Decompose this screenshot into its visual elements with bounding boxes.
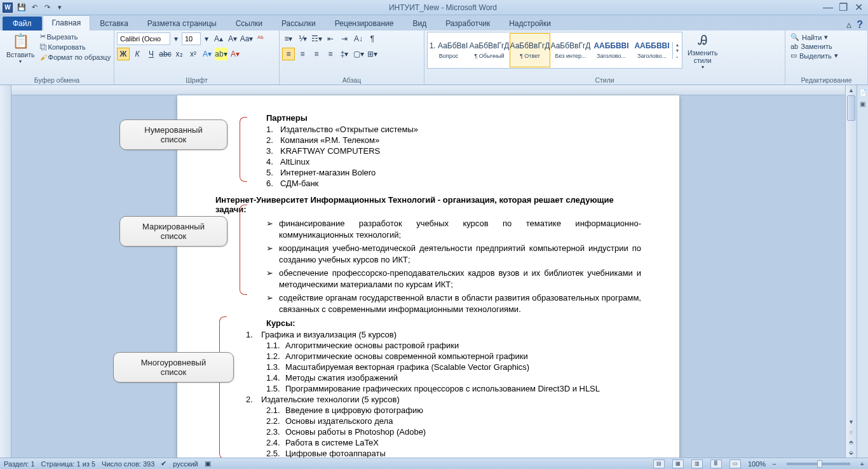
zoom-slider[interactable] [787,463,850,465]
tab-references[interactable]: Ссылки [226,16,272,31]
help-icon[interactable]: ? [857,19,863,31]
bullets-icon[interactable]: ≡▾ [282,32,295,45]
font-name-input[interactable] [117,32,170,45]
list-item: 2.4.Работа в системе LaTeX [246,437,641,448]
side-panel: 📄 ▣ [857,85,868,458]
style-item[interactable]: 1. АаБбВвІВопрос [428,33,469,67]
zoom-level[interactable]: 100% [748,460,766,468]
numbering-icon[interactable]: ⅟▾ [296,32,309,45]
view-outline-icon[interactable]: ≣ [710,459,722,468]
style-item[interactable]: АаБбВвГгД¶ Обычный [469,33,510,67]
side-icon[interactable]: 📄 [858,88,867,97]
scroll-track[interactable] [846,95,857,417]
vertical-ruler[interactable] [0,85,11,458]
prev-page-icon[interactable]: ⬘ [846,437,857,447]
change-case-icon[interactable]: Aa▾ [240,32,253,45]
find-button[interactable]: 🔍Найти ▾ [790,33,838,41]
scroll-down-icon[interactable]: ▼ [846,417,857,427]
status-section[interactable]: Раздел: 1 [4,460,35,468]
restore-button[interactable]: ❐ [836,2,850,13]
shrink-font-icon[interactable]: A▾ [226,32,239,45]
list-item: 6.СДМ-банк [266,178,641,189]
tab-developer[interactable]: Разработчик [436,16,499,31]
align-left-icon[interactable]: ≡ [282,48,295,60]
style-item[interactable]: АаБбВвГгДБез интер... [550,33,591,67]
font-dropdown-icon[interactable]: ▾ [172,32,180,45]
tab-addins[interactable]: Надстройки [499,16,560,31]
tab-review[interactable]: Рецензирование [325,16,403,31]
next-page-icon[interactable]: ⬙ [846,447,857,458]
cut-button[interactable]: ✂Вырезать [40,32,111,41]
styles-scroll[interactable]: ▴▾⌄ [672,42,681,59]
style-item[interactable]: ААББВВІЗаголово... [591,33,632,67]
close-button[interactable]: ✕ [851,2,865,13]
zoom-knob[interactable] [817,460,822,468]
tab-insert[interactable]: Вставка [90,16,138,31]
paste-button[interactable]: 📋 Вставить ▾ [3,32,39,65]
superscript-icon[interactable]: x² [187,48,200,60]
zoom-out-icon[interactable]: − [772,460,776,468]
tab-mailings[interactable]: Рассылки [272,16,325,31]
status-page[interactable]: Страница: 1 из 5 [41,460,96,468]
view-web-icon[interactable]: ▥ [691,459,703,468]
decrease-indent-icon[interactable]: ⇤ [324,32,337,45]
tab-view[interactable]: Вид [403,16,436,31]
line-spacing-icon[interactable]: ‡▾ [338,48,351,60]
status-bar: Раздел: 1 Страница: 1 из 5 Число слов: 3… [0,458,868,469]
copy-button[interactable]: ⿻Копировать [40,43,111,51]
document-area[interactable]: Партнеры 1.Издательство «Открытые систем… [11,85,845,458]
font-size-input[interactable] [182,32,201,45]
scroll-up-icon[interactable]: ▲ [846,85,857,95]
vertical-scrollbar[interactable]: ▲ ▼ ○ ⬘ ⬙ [845,85,857,458]
subscript-icon[interactable]: x₂ [173,48,186,60]
style-item[interactable]: АаБбВвГгД¶ Ответ [510,33,550,67]
grow-font-icon[interactable]: A▴ [212,32,225,45]
status-language[interactable]: русский [173,460,198,468]
status-words[interactable]: Число слов: 393 [102,460,154,468]
file-tab[interactable]: Файл [3,17,42,31]
increase-indent-icon[interactable]: ⇥ [338,32,351,45]
macro-record-icon[interactable]: ▣ [205,459,211,468]
font-color-icon[interactable]: A▾ [229,48,241,60]
tab-home[interactable]: Главная [43,15,91,31]
list-item: 3.KRAFTWAY COMPUTERS [266,146,641,156]
strike-icon[interactable]: abc [159,48,172,60]
multilevel-list-icon[interactable]: ☶▾ [310,32,323,45]
proofing-icon[interactable]: ✔ [161,459,166,468]
horizontal-ruler[interactable] [11,85,845,95]
size-dropdown-icon[interactable]: ▾ [202,32,211,45]
align-right-icon[interactable]: ≡ [310,48,323,60]
styles-gallery[interactable]: 1. АаБбВвІВопрос АаБбВвГгД¶ Обычный АаБб… [427,32,682,69]
select-button[interactable]: ▭Выделить ▾ [790,51,838,60]
format-painter-button[interactable]: 🖌Формат по образцу [40,53,111,61]
qat-redo-icon[interactable]: ↷ [41,2,53,13]
bold-icon[interactable]: Ж [117,48,130,60]
tab-page-layout[interactable]: Разметка страницы [138,16,226,31]
italic-icon[interactable]: К [131,48,144,60]
justify-icon[interactable]: ≡ [324,48,337,60]
minimize-ribbon-icon[interactable]: ▵ [846,18,851,31]
borders-icon[interactable]: ⊞▾ [366,48,379,60]
shading-icon[interactable]: ▢▾ [352,48,365,60]
browse-object-icon[interactable]: ○ [846,427,857,437]
view-draft-icon[interactable]: ▭ [729,459,741,468]
style-item[interactable]: ААББВВІЗаголово... [632,33,672,67]
scroll-thumb[interactable] [847,95,855,121]
show-marks-icon[interactable]: ¶ [366,32,379,45]
qat-undo-icon[interactable]: ↶ [29,2,40,13]
text-effects-icon[interactable]: A▾ [201,48,214,60]
qat-save-icon[interactable]: 💾 [16,2,27,13]
replace-button[interactable]: abЗаменить [790,43,838,50]
minimize-button[interactable]: — [821,2,835,13]
sort-icon[interactable]: A↓ [352,32,365,45]
highlight-icon[interactable]: ab▾ [215,48,227,60]
view-print-layout-icon[interactable]: ▤ [653,459,665,468]
side-icon[interactable]: ▣ [858,99,867,108]
view-full-screen-icon[interactable]: ▦ [672,459,684,468]
align-center-icon[interactable]: ≡ [296,48,309,60]
underline-icon[interactable]: Ч [145,48,158,60]
clear-formatting-icon[interactable]: ᴬᵇ [254,32,267,45]
change-styles-button[interactable]: Ꭿ Изменить стили ▾ [684,32,721,71]
qat-customize-icon[interactable]: ▾ [54,2,65,13]
zoom-in-icon[interactable]: + [860,460,864,468]
